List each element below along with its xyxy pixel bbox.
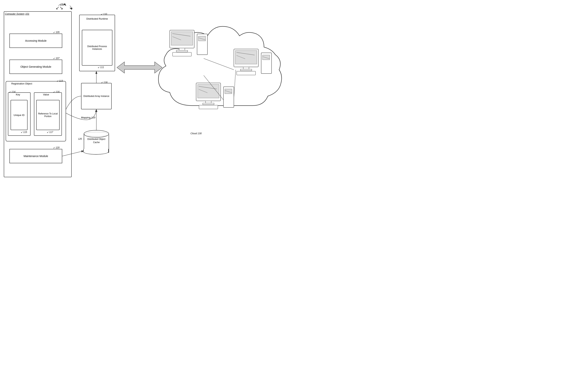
ref-125: 125 → [78, 138, 85, 140]
maintenance-module-box: Maintenance Module [9, 149, 62, 163]
cylinder-top-inner [84, 132, 109, 136]
distributed-runtime-title: Distributed Runtime [84, 17, 110, 20]
cloud-svg [155, 11, 287, 136]
ref-105: ↙ 105 [53, 31, 59, 34]
cylinder-bottom-curve [83, 149, 109, 155]
ref-100-label: 100 [60, 3, 64, 6]
svg-rect-14 [198, 36, 205, 41]
ref-120: ↙ 120 [53, 146, 59, 149]
object-generating-module-box: Object Generating Module [9, 60, 62, 74]
svg-rect-24 [262, 55, 270, 60]
svg-rect-30 [205, 101, 211, 103]
computer-system-label: Computer System 101 [5, 13, 29, 15]
cloud-label: Cloud 130 [191, 132, 202, 135]
cloud-container [155, 11, 287, 143]
svg-rect-20 [243, 67, 249, 69]
ref-111: ↙ 111 [98, 66, 104, 69]
diagram: ↙↘ 100 Computer System 101 Accessing Mod… [0, 0, 294, 189]
key-label: Key [16, 93, 20, 96]
registration-object-title: Registration Object [11, 82, 32, 85]
svg-rect-34 [225, 89, 232, 94]
distributed-process-instances-box: Distributed Process Instances [82, 30, 112, 66]
svg-rect-12 [173, 53, 191, 56]
svg-rect-32 [199, 105, 218, 109]
ref-110: ↙ 110 [101, 13, 107, 15]
mapping-label: Mapping 119 [81, 116, 95, 119]
svg-rect-10 [179, 48, 185, 50]
ref-118: ↙ 118 [101, 81, 107, 84]
distributed-array-instance-box: Distributed Array Instance [81, 83, 112, 109]
value-label: Value [43, 93, 49, 96]
ref-local-portion-box: Reference To Local Portion [36, 100, 60, 130]
ref-117: ↙ 117 [47, 131, 53, 134]
svg-rect-22 [237, 71, 256, 75]
svg-rect-31 [203, 103, 214, 105]
accessing-module-box: Accessing Module [9, 34, 62, 48]
svg-rect-21 [240, 69, 252, 71]
unique-id-box: Unique ID [11, 100, 27, 130]
ref-116: ↙ 116 [53, 91, 59, 93]
cylinder-top [84, 130, 109, 138]
ref-107: ↙ 107 [53, 57, 59, 60]
ref-114: ↙ 114 [9, 91, 15, 93]
ref-113: ↙ 113 [56, 80, 63, 82]
svg-rect-11 [176, 50, 188, 52]
ref-115: ↙ 115 [21, 131, 27, 134]
distributed-object-cache-container: Distributed Object Cache [84, 130, 109, 160]
